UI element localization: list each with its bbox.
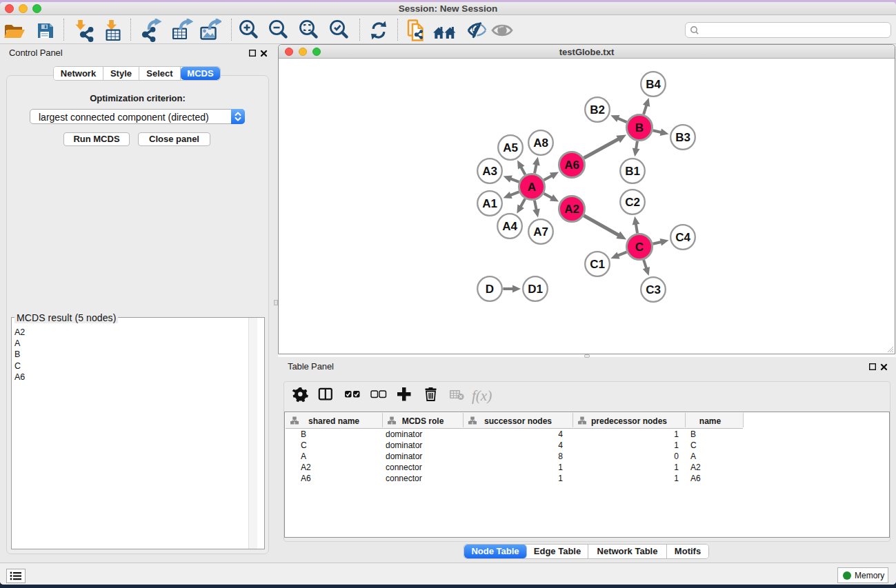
svg-text:C1: C1 bbox=[590, 258, 605, 271]
svg-text:A5: A5 bbox=[503, 141, 518, 154]
svg-text:C2: C2 bbox=[625, 196, 640, 209]
svg-text:A2: A2 bbox=[564, 203, 579, 216]
svg-text:D: D bbox=[486, 283, 494, 296]
svg-text:A4: A4 bbox=[502, 220, 517, 233]
svg-text:A3: A3 bbox=[482, 165, 497, 178]
svg-text:C3: C3 bbox=[646, 283, 661, 296]
svg-text:B1: B1 bbox=[625, 165, 640, 178]
svg-text:B: B bbox=[635, 121, 644, 134]
svg-text:B4: B4 bbox=[646, 78, 661, 91]
svg-text:B2: B2 bbox=[590, 103, 605, 116]
svg-text:A1: A1 bbox=[482, 197, 497, 210]
svg-text:A7: A7 bbox=[533, 225, 548, 239]
svg-text:A: A bbox=[528, 181, 536, 194]
svg-text:D1: D1 bbox=[528, 283, 543, 296]
svg-text:A6: A6 bbox=[564, 159, 579, 172]
svg-text:C: C bbox=[635, 241, 644, 254]
svg-text:A8: A8 bbox=[533, 136, 548, 150]
svg-text:C4: C4 bbox=[675, 231, 690, 244]
svg-text:B3: B3 bbox=[675, 131, 690, 144]
